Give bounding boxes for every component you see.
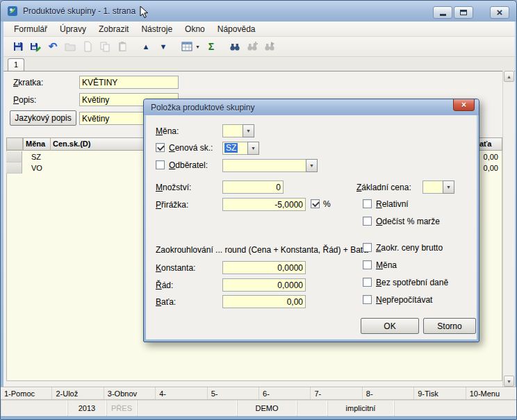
find-add-icon[interactable] xyxy=(245,39,260,54)
odberatel-dropdown-icon[interactable] xyxy=(306,159,318,172)
mena-round-checkbox[interactable] xyxy=(363,260,372,269)
menu-okno[interactable]: Okno xyxy=(179,22,211,36)
menu-napoveda[interactable]: Nápověda xyxy=(211,22,262,36)
scroll-up-icon[interactable]: ▲ xyxy=(504,71,514,82)
title-bar[interactable]: Produktové skupiny - 1. strana xyxy=(1,1,517,22)
fnkey-4[interactable]: 4- xyxy=(156,387,207,399)
bata-input[interactable] xyxy=(222,295,306,308)
toolbar-separator xyxy=(173,39,177,54)
bez-dane-checkbox[interactable] xyxy=(363,278,372,287)
prirazka-input[interactable] xyxy=(222,198,306,211)
fnkey-7[interactable]: 7- xyxy=(311,387,362,399)
fnkey-3-obnov[interactable]: 3-Obnov xyxy=(104,387,156,399)
zakladni-cena-combo[interactable] xyxy=(422,180,454,194)
odecist-marze-checkbox[interactable] xyxy=(363,217,372,226)
vertical-scrollbar[interactable]: ▲ ▼ xyxy=(502,71,514,387)
fnkey-8[interactable]: 8- xyxy=(363,387,414,399)
move-down-icon[interactable] xyxy=(156,39,171,54)
dialog-close-button[interactable] xyxy=(453,99,475,111)
minimize-icon xyxy=(440,14,446,16)
fnkey-10-menu[interactable]: 10-Menu xyxy=(466,387,517,399)
zkratka-input[interactable] xyxy=(79,76,179,89)
mena-dropdown-icon[interactable] xyxy=(243,124,254,137)
copy-icon[interactable] xyxy=(97,39,113,54)
scroll-down-icon[interactable]: ▼ xyxy=(504,376,514,387)
save-edit-icon[interactable] xyxy=(28,39,43,54)
toolbar: ▼ xyxy=(3,37,515,57)
new-icon[interactable] xyxy=(80,39,95,54)
neprepocitavat-checkbox[interactable] xyxy=(363,295,372,304)
menu-formular[interactable]: Formulář xyxy=(8,22,54,36)
fnkey-1-pomoc[interactable]: 1-Pomoc xyxy=(1,387,52,399)
paste-icon[interactable] xyxy=(115,39,130,54)
row-selector[interactable] xyxy=(6,162,22,174)
fnkey-5[interactable]: 5- xyxy=(208,387,259,399)
undo-icon[interactable] xyxy=(45,39,60,54)
grid-dropdown-icon[interactable]: ▼ xyxy=(195,44,202,49)
mena-combo-field[interactable] xyxy=(222,124,243,137)
storno-button[interactable]: Storno xyxy=(423,318,476,334)
mnozstvi-input[interactable] xyxy=(222,180,284,194)
minimize-button[interactable] xyxy=(433,6,452,19)
cenova-dropdown-icon[interactable] xyxy=(247,142,259,155)
relativni-checkbox[interactable] xyxy=(363,199,372,208)
percent-label[interactable]: % xyxy=(323,199,331,209)
maximize-button[interactable] xyxy=(454,6,473,19)
close-button[interactable] xyxy=(490,6,509,19)
cenova-label[interactable]: Cenová sk.: xyxy=(169,143,213,153)
grid-icon[interactable] xyxy=(179,39,195,54)
mena-combo[interactable] xyxy=(222,124,254,137)
fnkey-6[interactable]: 6- xyxy=(259,387,311,399)
fnkey-9-tisk[interactable]: 9-Tisk xyxy=(414,387,466,399)
move-up-icon[interactable] xyxy=(138,39,154,54)
cenova-checkbox[interactable] xyxy=(156,143,165,152)
mnozstvi-label: Množství: xyxy=(156,183,191,192)
cell-censk: VO xyxy=(31,164,42,172)
mouse-cursor xyxy=(140,6,149,19)
find-next-icon[interactable] xyxy=(262,39,277,54)
zaokr-brutto-checkbox[interactable] xyxy=(363,243,372,252)
odberatel-combo-field[interactable] xyxy=(222,159,306,172)
cenova-combo[interactable]: SZ xyxy=(222,142,259,155)
dialog-title-bar[interactable]: Položka produktové skupiny xyxy=(144,99,479,115)
maximize-icon xyxy=(460,10,467,15)
row-selector[interactable] xyxy=(6,151,22,162)
odberatel-combo[interactable] xyxy=(222,159,318,172)
menu-nastroje[interactable]: Nástroje xyxy=(135,22,179,36)
neprepocitavat-label[interactable]: Nepřepočítávat xyxy=(376,295,432,305)
odecist-marze-label[interactable]: Odečíst % marže xyxy=(376,217,440,226)
jazykovy-popis-button[interactable]: Jazykový popis xyxy=(10,110,76,126)
save-icon[interactable] xyxy=(10,39,26,54)
app-window: Produktové skupiny - 1. strana Formulář … xyxy=(0,0,517,420)
odberatel-label[interactable]: Odběratel: xyxy=(169,160,208,170)
column-separator xyxy=(23,138,24,151)
rad-input[interactable] xyxy=(222,278,306,292)
find-icon[interactable] xyxy=(227,39,243,54)
mena-round-label[interactable]: Měna xyxy=(376,260,397,270)
zakladni-dropdown-icon[interactable] xyxy=(443,180,454,194)
konstanta-input[interactable] xyxy=(222,261,306,274)
menu-zobrazit[interactable]: Zobrazit xyxy=(92,22,135,36)
odberatel-checkbox[interactable] xyxy=(156,160,165,169)
percent-checkbox[interactable] xyxy=(311,199,320,208)
tab-strip: 1 xyxy=(3,57,515,71)
status-year: 2013 xyxy=(67,400,106,416)
rounding-formula-note: Zaokrouhlování ... round (Cena + Konstan… xyxy=(156,245,368,255)
cell-bata: 0,00 xyxy=(484,153,498,161)
zakladni-combo-field[interactable] xyxy=(422,180,443,194)
open-icon[interactable] xyxy=(63,39,78,54)
dialog-title: Položka produktové skupiny xyxy=(151,103,254,112)
recalc-icon[interactable] xyxy=(204,39,219,54)
column-header-censk[interactable]: Cen.sk.(D) xyxy=(53,140,90,148)
zaokr-brutto-label[interactable]: Zaokr. ceny brutto xyxy=(376,243,443,253)
column-header-mena[interactable]: Měna xyxy=(26,140,45,148)
cenova-combo-field[interactable]: SZ xyxy=(222,142,247,155)
fnkey-2-uloz[interactable]: 2-Ulož xyxy=(52,387,104,399)
tab-page-1[interactable]: 1 xyxy=(8,58,24,71)
bez-dane-label[interactable]: Bez spotřební daně xyxy=(376,278,448,287)
relativni-label[interactable]: Relativní xyxy=(376,199,409,209)
menu-bar: Formulář Úpravy Zobrazit Nástroje Okno N… xyxy=(3,22,515,37)
menu-upravy[interactable]: Úpravy xyxy=(54,22,92,36)
ok-button[interactable]: OK xyxy=(361,318,419,334)
cell-bata: 0,00 xyxy=(484,164,498,172)
